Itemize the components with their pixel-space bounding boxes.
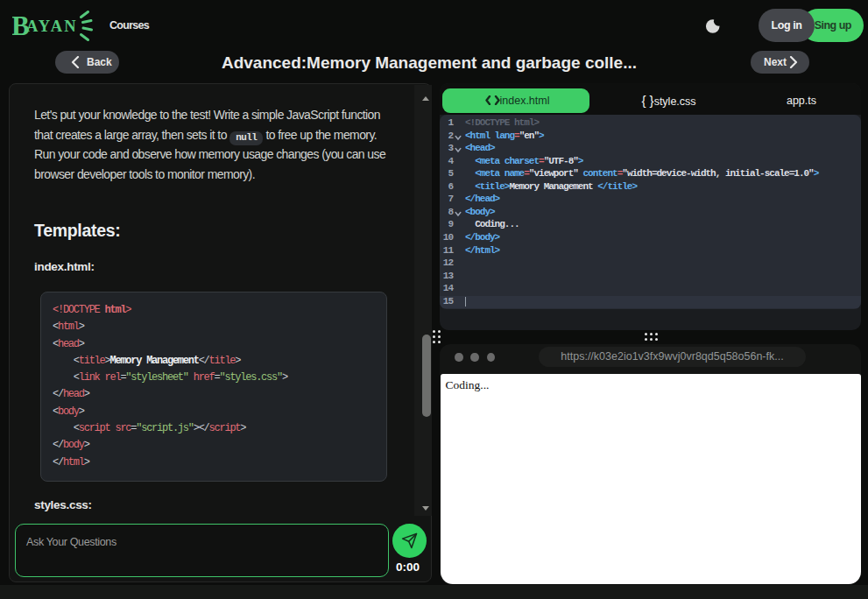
svg-text:AYAN: AYAN: [26, 18, 78, 35]
